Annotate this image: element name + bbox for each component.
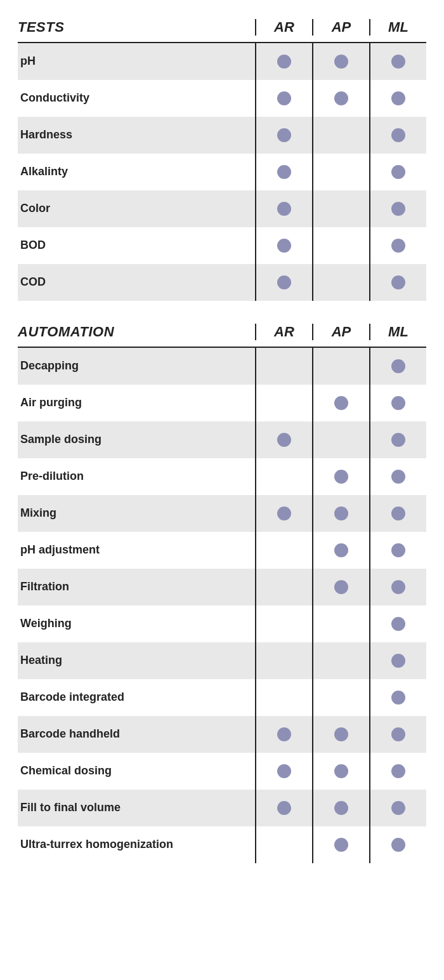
dot-filled	[277, 507, 291, 520]
dot-cell-ar	[255, 642, 312, 679]
tests-section: TESTS AR AP ML pHConductivityHardnessAlk…	[18, 19, 426, 301]
dot-cell-ap	[312, 679, 369, 716]
dot-filled	[277, 165, 291, 179]
dot-cell-ap	[312, 190, 369, 227]
dot-filled	[391, 543, 405, 557]
dot-filled	[277, 55, 291, 69]
dot-filled	[277, 801, 291, 815]
row-label: Sample dosing	[18, 426, 255, 453]
dot-cell-ap	[312, 154, 369, 190]
row-label: Pre-dilution	[18, 463, 255, 490]
dot-empty	[334, 128, 348, 142]
tests-header-row: TESTS AR AP ML	[18, 19, 426, 43]
dot-filled	[391, 396, 405, 410]
table-row: Filtration	[18, 569, 426, 606]
row-label: pH adjustment	[18, 536, 255, 564]
dot-empty	[334, 617, 348, 631]
tests-col-ar: AR	[255, 19, 312, 36]
dot-empty	[334, 165, 348, 179]
dot-cell-ar	[255, 43, 312, 80]
dot-filled	[391, 691, 405, 705]
row-dots	[255, 495, 426, 532]
dot-cell-ap	[312, 532, 369, 569]
dot-cell-ml	[369, 385, 426, 421]
dot-filled	[334, 580, 348, 594]
table-row: pH adjustment	[18, 532, 426, 569]
dot-filled	[334, 55, 348, 69]
row-label: pH	[18, 48, 255, 75]
dot-filled	[391, 275, 405, 289]
row-label: Ultra-turrex homogenization	[18, 831, 255, 858]
dot-cell-ml	[369, 154, 426, 190]
automation-col-ar: AR	[255, 324, 312, 340]
tests-rows: pHConductivityHardnessAlkalintyColorBODC…	[18, 43, 426, 301]
row-label: Barcode handheld	[18, 720, 255, 748]
dot-cell-ap	[312, 117, 369, 154]
dot-filled	[391, 359, 405, 373]
dot-empty	[277, 838, 291, 852]
row-dots	[255, 117, 426, 154]
dot-filled	[391, 239, 405, 253]
dot-filled	[391, 654, 405, 668]
row-label: Air purging	[18, 389, 255, 416]
row-label: Mixing	[18, 500, 255, 527]
dot-cell-ar	[255, 826, 312, 863]
dot-cell-ap	[312, 753, 369, 790]
row-label: Heating	[18, 647, 255, 674]
row-dots	[255, 348, 426, 385]
dot-cell-ml	[369, 348, 426, 385]
dot-cell-ap	[312, 716, 369, 753]
table-row: COD	[18, 264, 426, 301]
row-label: BOD	[18, 232, 255, 259]
dot-filled	[391, 128, 405, 142]
dot-empty	[277, 470, 291, 484]
dot-cell-ap	[312, 606, 369, 642]
table-row: Alkalinty	[18, 154, 426, 190]
dot-cell-ml	[369, 642, 426, 679]
dot-empty	[277, 654, 291, 668]
dot-cell-ar	[255, 790, 312, 826]
dot-cell-ar	[255, 495, 312, 532]
dot-cell-ml	[369, 790, 426, 826]
dot-empty	[334, 202, 348, 216]
dot-cell-ml	[369, 826, 426, 863]
dot-empty	[334, 433, 348, 447]
dot-cell-ar	[255, 679, 312, 716]
dot-empty	[277, 543, 291, 557]
row-dots	[255, 154, 426, 190]
row-dots	[255, 264, 426, 301]
row-label: Color	[18, 195, 255, 222]
table-row: Hardness	[18, 117, 426, 154]
row-dots	[255, 532, 426, 569]
dot-cell-ar	[255, 716, 312, 753]
dot-cell-ml	[369, 679, 426, 716]
dot-cell-ml	[369, 117, 426, 154]
dot-empty	[277, 396, 291, 410]
table-row: Air purging	[18, 385, 426, 421]
row-dots	[255, 385, 426, 421]
row-dots	[255, 458, 426, 495]
dot-filled	[334, 507, 348, 520]
row-dots	[255, 679, 426, 716]
row-label: Hardness	[18, 121, 255, 149]
dot-cell-ar	[255, 532, 312, 569]
row-label: Filtration	[18, 573, 255, 600]
dot-cell-ap	[312, 227, 369, 264]
row-dots	[255, 716, 426, 753]
dot-filled	[334, 801, 348, 815]
row-dots	[255, 569, 426, 606]
dot-empty	[277, 691, 291, 705]
dot-cell-ml	[369, 458, 426, 495]
dot-filled	[391, 470, 405, 484]
dot-cell-ml	[369, 495, 426, 532]
dot-cell-ml	[369, 264, 426, 301]
row-label: Decapping	[18, 352, 255, 380]
dot-filled	[391, 507, 405, 520]
dot-cell-ap	[312, 421, 369, 458]
dot-filled	[391, 165, 405, 179]
row-label: Fill to final volume	[18, 794, 255, 821]
dot-filled	[277, 764, 291, 778]
automation-rows: DecappingAir purgingSample dosingPre-dil…	[18, 348, 426, 863]
table-row: Heating	[18, 642, 426, 679]
dot-empty	[277, 359, 291, 373]
